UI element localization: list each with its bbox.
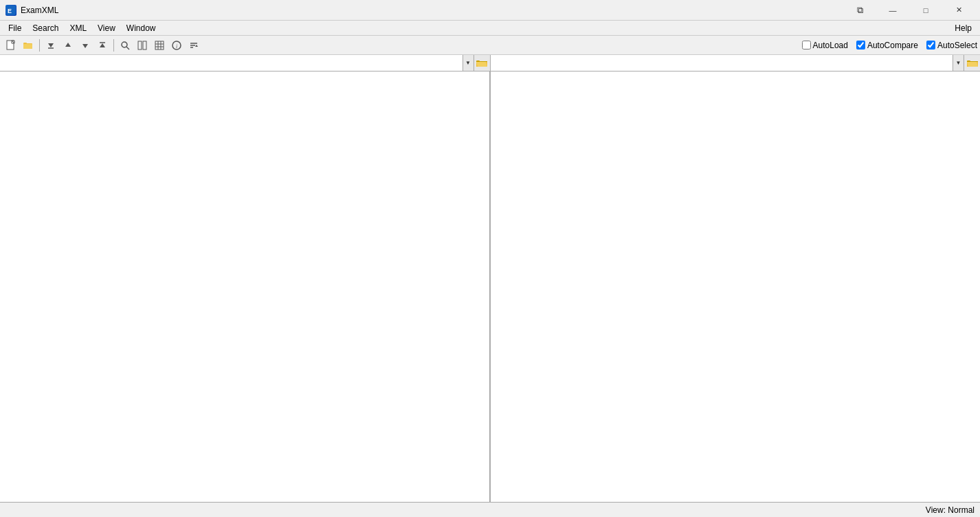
autocompare-label: AutoCompare <box>867 41 918 50</box>
grid-btn[interactable] <box>151 38 168 53</box>
filepath-panel-right: ▼ <box>491 55 981 71</box>
folder-open-icon-right <box>967 58 978 67</box>
menu-help[interactable]: Help <box>955 23 972 33</box>
svg-rect-15 <box>138 41 142 50</box>
svg-marker-10 <box>82 44 88 48</box>
maximize-button[interactable]: □ <box>910 0 942 21</box>
minimize-button[interactable]: — <box>877 0 909 21</box>
main-content <box>0 72 980 502</box>
restore-icon-btn[interactable]: ⧉ <box>844 0 876 21</box>
svg-rect-6 <box>23 44 32 49</box>
autoselect-checkbox-label[interactable]: AutoSelect <box>926 41 977 50</box>
status-right: View: Normal <box>926 505 975 515</box>
toolbar: i AutoLoad AutoCompare AutoSelect <box>0 36 980 55</box>
filepath-input-left[interactable] <box>0 55 463 71</box>
right-pane[interactable] <box>491 72 980 502</box>
menu-search[interactable]: Search <box>27 22 64 34</box>
nav-last-btn[interactable] <box>94 38 111 53</box>
svg-point-13 <box>122 42 127 47</box>
status-bar: View: Normal <box>0 502 980 517</box>
status-view-text: View: Normal <box>926 505 975 515</box>
svg-marker-9 <box>65 43 71 47</box>
find-btn[interactable] <box>117 38 133 53</box>
separator-1 <box>39 39 40 52</box>
autocompare-checkbox[interactable] <box>856 41 865 50</box>
autoload-checkbox-label[interactable]: AutoLoad <box>802 41 848 50</box>
split-view-btn[interactable] <box>134 38 151 53</box>
nav-down-first-btn[interactable] <box>43 38 59 53</box>
svg-marker-27 <box>195 45 198 47</box>
app-icon: E <box>5 5 16 16</box>
toolbar-left: i <box>3 38 202 53</box>
svg-marker-7 <box>48 43 54 47</box>
app-title: ExamXML <box>21 6 58 15</box>
filepath-open-right[interactable] <box>964 55 980 71</box>
autoload-label: AutoLoad <box>813 41 848 50</box>
svg-text:E: E <box>8 8 12 14</box>
nav-up-btn[interactable] <box>60 38 76 53</box>
filepath-input-right[interactable] <box>491 55 953 71</box>
title-bar: E ExamXML ⧉ — □ ✕ <box>0 0 980 21</box>
svg-marker-11 <box>100 43 105 47</box>
autoload-checkbox[interactable] <box>802 41 811 50</box>
svg-rect-16 <box>143 41 146 50</box>
filepath-bar: ▼ ▼ <box>0 55 980 72</box>
new-file-btn[interactable] <box>3 38 19 53</box>
close-button[interactable]: ✕ <box>943 0 975 21</box>
nav-down-btn[interactable] <box>77 38 93 53</box>
left-pane[interactable] <box>0 72 491 502</box>
menu-bar-left: File Search XML View Window <box>3 22 162 34</box>
open-btn[interactable] <box>20 38 36 53</box>
title-bar-controls: ⧉ — □ ✕ <box>844 0 975 21</box>
filepath-dropdown-left[interactable]: ▼ <box>463 55 474 71</box>
folder-open-icon-left <box>476 58 487 67</box>
svg-rect-17 <box>155 41 164 50</box>
title-bar-left: E ExamXML <box>5 5 58 16</box>
svg-rect-29 <box>476 61 487 62</box>
filepath-open-left[interactable] <box>474 55 490 71</box>
menu-bar-right: Help <box>955 23 977 33</box>
autoselect-checkbox[interactable] <box>926 41 935 50</box>
sort-btn[interactable] <box>186 38 202 53</box>
autoselect-label: AutoSelect <box>937 41 977 50</box>
svg-line-14 <box>126 47 129 50</box>
autocompare-checkbox-label[interactable]: AutoCompare <box>856 41 918 50</box>
menu-window[interactable]: Window <box>121 22 162 34</box>
svg-text:i: i <box>176 43 177 50</box>
toolbar-right: AutoLoad AutoCompare AutoSelect <box>802 41 977 50</box>
menu-file[interactable]: File <box>3 22 27 34</box>
menu-view[interactable]: View <box>92 22 121 34</box>
separator-2 <box>113 39 114 52</box>
info-btn[interactable]: i <box>168 38 185 53</box>
menu-xml[interactable]: XML <box>64 22 92 34</box>
filepath-dropdown-right[interactable]: ▼ <box>953 55 964 71</box>
menu-bar: File Search XML View Window Help <box>0 21 980 36</box>
filepath-panel-left: ▼ <box>0 55 491 71</box>
svg-rect-31 <box>967 61 978 62</box>
